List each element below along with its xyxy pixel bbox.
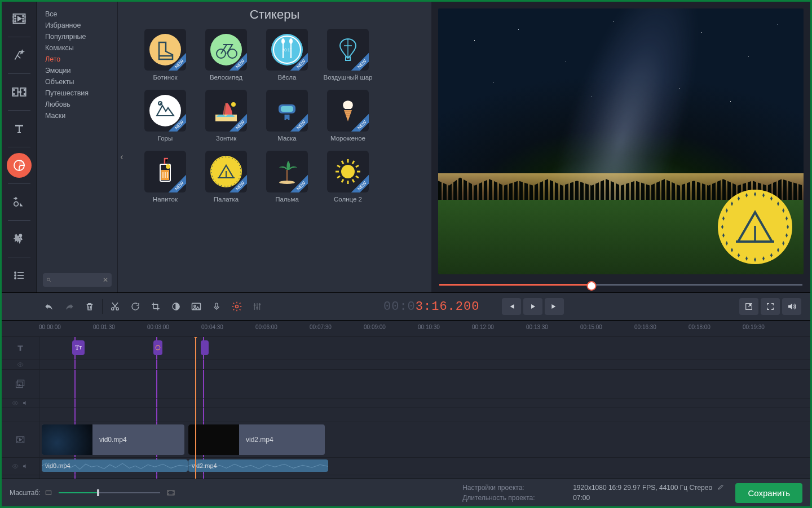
sticker-clip[interactable] [153, 340, 162, 355]
rotate-button[interactable] [125, 296, 145, 317]
fullscreen-button[interactable] [761, 298, 780, 315]
prev-frame-button[interactable] [502, 298, 521, 315]
titles-track[interactable]: TT [39, 337, 810, 360]
applied-sticker-tent[interactable] [713, 185, 797, 269]
crop-button[interactable] [145, 296, 166, 317]
redo-button[interactable] [59, 296, 80, 317]
detach-preview-button[interactable] [739, 298, 758, 315]
sticker-tent[interactable]: NEWПалатка [199, 151, 253, 204]
svg-point-85 [168, 494, 169, 494]
category-item[interactable]: Объекты [45, 76, 117, 87]
save-button[interactable]: Сохранить [735, 483, 802, 503]
category-item[interactable]: Популярные [45, 31, 117, 42]
svg-point-77 [17, 441, 18, 441]
sticker-bike[interactable]: NEWВелосипед [199, 29, 253, 82]
eye-icon[interactable] [12, 463, 19, 470]
preview-canvas[interactable] [438, 8, 804, 274]
sticker-palm[interactable]: NEWПальма [260, 151, 314, 204]
zoom-out-icon[interactable] [44, 488, 53, 497]
category-item[interactable]: Все [45, 8, 117, 20]
clear-search-icon[interactable]: ✕ [103, 276, 108, 284]
play-button[interactable] [523, 298, 542, 315]
category-search[interactable]: ✕ [43, 273, 112, 287]
titles-tab[interactable] [2, 112, 37, 146]
titles-track-toggle[interactable] [2, 360, 39, 370]
next-frame-button[interactable] [545, 298, 564, 315]
project-duration-label: Длительность проекта: [462, 494, 553, 502]
sticker-clip-2[interactable] [201, 340, 209, 355]
sticker-boot[interactable]: NEWБотинок [138, 29, 192, 82]
sticker-icecream[interactable]: NEWМороженое [321, 90, 375, 143]
category-item[interactable]: Путешествия [45, 87, 117, 99]
clip-properties-button[interactable] [186, 296, 206, 317]
left-toolbar [2, 2, 37, 292]
sticker-umbrella[interactable]: NEWЗонтик [199, 90, 253, 143]
svg-point-45 [279, 181, 295, 184]
sticker-drink[interactable]: NEWНапиток [138, 151, 192, 204]
ruler-mark: 00:16:30 [634, 324, 656, 330]
import-tab[interactable] [2, 2, 37, 36]
svg-point-26 [281, 38, 285, 44]
overlay-track[interactable] [39, 370, 810, 398]
category-item[interactable]: Комиксы [45, 42, 117, 54]
record-audio-button[interactable] [206, 296, 227, 317]
category-item[interactable]: Эмоции [45, 65, 117, 76]
sticker-mask[interactable]: NEWМаска [260, 90, 314, 143]
svg-rect-65 [215, 303, 218, 307]
category-item[interactable]: Лето [45, 54, 117, 65]
search-input[interactable] [51, 276, 103, 284]
video-clip-1[interactable]: vid2.mp4 [188, 424, 325, 455]
audio-track[interactable]: 🔗 vid0.mp4 🔗 vid2.mp4 [39, 458, 810, 475]
preview-seek-bar[interactable] [439, 279, 802, 290]
project-settings-label: Настройки проекта: [462, 484, 553, 492]
audio-clip-1[interactable]: 🔗 vid2.mp4 [188, 459, 328, 472]
category-item[interactable]: Маски [45, 110, 117, 121]
timeline: TT vid0.mp4 vid2.mp4 🔗 vid0.m [2, 337, 810, 479]
overlay-track-head[interactable] [2, 370, 39, 398]
video-track[interactable]: vid0.mp4 vid2.mp4 [39, 422, 810, 458]
svg-rect-40 [162, 172, 164, 178]
sticker-balloon[interactable]: NEWВоздушный шар [321, 29, 375, 82]
timeline-ruler[interactable]: 00:00:0000:01:3000:03:0000:04:3000:06:00… [2, 321, 810, 337]
video-clip-0[interactable]: vid0.mp4 [42, 424, 184, 455]
animations-tab[interactable] [2, 222, 37, 256]
settings-button[interactable] [227, 296, 247, 317]
filters-tab[interactable] [2, 38, 37, 72]
category-item[interactable]: Избранное [45, 20, 117, 31]
callouts-tab[interactable] [2, 185, 37, 219]
ruler-mark: 00:06:00 [255, 324, 277, 330]
zoom-slider[interactable] [59, 491, 160, 494]
equalizer-button[interactable] [247, 296, 267, 317]
undo-button[interactable] [39, 296, 59, 317]
category-item[interactable]: Любовь [45, 99, 117, 110]
title-clip[interactable]: TT [72, 340, 85, 355]
ruler-mark: 00:04:30 [201, 324, 223, 330]
zoom-in-icon[interactable] [166, 488, 176, 497]
volume-button[interactable] [782, 298, 801, 315]
delete-button[interactable] [80, 296, 100, 317]
svg-point-18 [15, 278, 16, 279]
split-button[interactable] [105, 296, 125, 317]
svg-rect-41 [165, 172, 166, 178]
titles-track-head[interactable] [2, 337, 39, 360]
transitions-tab[interactable] [2, 75, 37, 109]
sticker-mountains[interactable]: NEWГоры [138, 90, 192, 143]
video-track-head[interactable] [2, 422, 39, 458]
audio-clip-0[interactable]: 🔗 vid0.mp4 [42, 459, 188, 472]
collapse-handle[interactable]: ‹ [118, 137, 126, 177]
sticker-paddles[interactable]: 20 17NEWВёсла [260, 29, 314, 82]
svg-point-46 [341, 165, 355, 178]
speaker-icon[interactable] [22, 400, 29, 406]
svg-line-51 [342, 179, 343, 182]
edit-settings-icon[interactable] [717, 484, 724, 491]
color-adjust-button[interactable] [166, 296, 186, 317]
eye-icon [17, 361, 24, 368]
speaker-icon[interactable] [22, 463, 29, 470]
stickers-tab[interactable] [2, 148, 37, 182]
sticker-panel: Стикеры ‹ NEWБотинокNEWВелосипед20 17NEW… [118, 2, 431, 292]
sticker-sun[interactable]: NEWСолнце 2 [321, 151, 375, 204]
eye-icon[interactable] [12, 400, 19, 406]
more-tab[interactable] [2, 259, 37, 292]
svg-point-78 [23, 437, 23, 438]
svg-point-2 [15, 18, 16, 19]
